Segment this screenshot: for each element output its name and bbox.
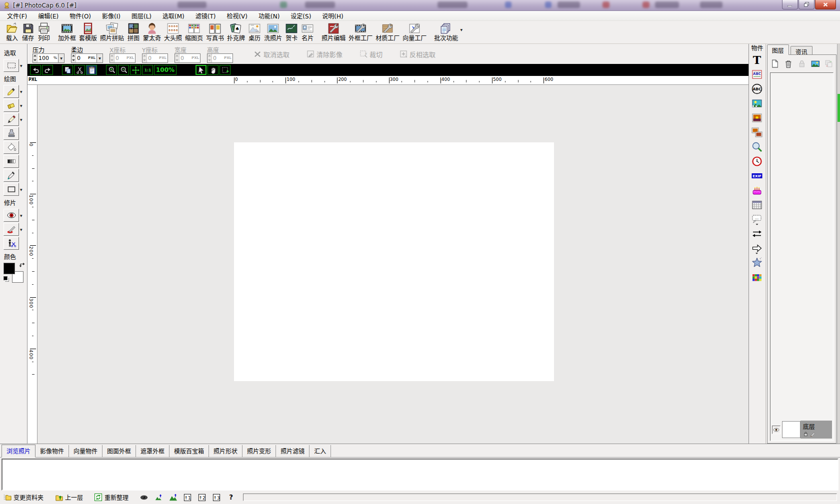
text-object-button[interactable]: T [750,53,764,67]
tab-image-objects[interactable]: 影像物件 [36,445,69,457]
greeting-card-button[interactable]: 贺卡 [284,22,300,42]
dropdown-arrow-icon[interactable]: ▼ [20,228,22,231]
heal-brush-tool[interactable] [4,223,19,236]
calendar-object-button[interactable] [750,198,764,212]
layer-visibility-toggle[interactable] [772,426,780,434]
photo-object-button[interactable] [750,111,764,125]
dropdown-arrow-icon[interactable]: ▼ [460,28,463,31]
tab-layers[interactable]: 图层 [767,44,789,55]
print-photo-button[interactable]: 洗照片 [262,22,284,42]
puzzle-button[interactable]: 拼图 [126,22,142,42]
spin-down-icon[interactable] [72,58,76,62]
scrollbar-thumb[interactable] [838,94,840,122]
tab-info[interactable]: 资讯 [790,46,812,55]
undo-button[interactable] [30,65,41,75]
spin-up-icon[interactable] [33,54,37,58]
frame-factory-button[interactable]: 外框工厂 [347,22,374,42]
swap-colors-icon[interactable] [19,261,25,267]
lock-layer-button[interactable] [797,59,806,68]
tab-picture-frames[interactable]: 图面外框 [102,445,136,457]
menu-function[interactable]: 功能(N) [253,10,285,21]
pointer-button[interactable] [196,65,206,75]
business-card-button[interactable]: 名片 [300,22,316,42]
soft-edge-input[interactable]: 0PXL [71,53,97,63]
pencil-tool[interactable] [4,113,19,126]
tab-photo-shapes[interactable]: 照片形状 [209,445,242,457]
photo-edit-button[interactable]: 照片编辑 [320,22,347,42]
thumb-small-button[interactable] [154,493,163,502]
tab-import[interactable]: 汇入 [310,445,331,457]
menu-help[interactable]: 说明(H) [316,10,348,21]
sort-2-button[interactable]: ↑2 [198,493,206,502]
zoom-in-button[interactable] [106,65,117,75]
preview-eye-button[interactable] [140,493,148,502]
tab-photo-filters[interactable]: 照片滤镜 [276,445,310,457]
batch-button[interactable]: 批次功能▼ [432,22,460,42]
sort-1-button[interactable]: ↑1 [183,493,192,502]
menu-layer[interactable]: 图层(L) [126,10,157,21]
open-file-button[interactable]: 载入 [4,22,20,42]
menu-view[interactable]: 检视(V) [221,10,253,21]
thumb-large-button[interactable] [168,493,178,502]
dropdown-button[interactable]: ▼ [58,53,64,63]
vector-factory-button[interactable]: 向量工厂 [401,22,428,42]
add-frame-button[interactable]: 加外框 [56,22,78,42]
refresh-button[interactable]: 重新整理 [94,493,128,502]
gradient-tool[interactable] [4,155,19,168]
menu-file[interactable]: 文件(F) [2,10,32,21]
tab-mask-frames[interactable]: 遮罩外框 [136,445,170,457]
redo-button[interactable] [42,65,53,75]
photo-browser[interactable] [2,459,838,491]
sort-3-button[interactable]: ↑3 [212,493,221,502]
tab-photo-warp[interactable]: 照片变形 [242,445,276,457]
double-arrow-object-button[interactable] [750,227,764,241]
minimize-button[interactable] [782,0,798,9]
merge-layer-button[interactable] [824,59,834,68]
zoom-out-button[interactable] [118,65,129,75]
print-button[interactable]: 列印 [36,22,52,42]
tab-browse-photos[interactable]: 浏览照片 [2,445,36,458]
layer-row[interactable]: 底层 [772,420,832,439]
actual-size-button[interactable]: 1:1 [142,65,153,75]
image-object-button[interactable] [750,96,764,110]
id-photo-button[interactable]: 大头照 [162,22,184,42]
exif-object-button[interactable]: EXIF [750,169,764,183]
copy-button[interactable] [62,65,73,75]
fit-window-button[interactable] [130,65,141,75]
red-eye-tool[interactable] [4,209,19,222]
dropdown-arrow-icon[interactable]: ▼ [20,90,22,93]
menu-filter[interactable]: 滤镜(T) [190,10,222,21]
eraser-tool[interactable] [4,99,19,112]
star-object-button[interactable] [750,256,764,270]
layer-list[interactable]: 底层 [770,72,834,441]
template-button[interactable]: 套模版 [78,22,98,42]
cancel-selection-button[interactable]: 取消选取 [254,49,290,59]
canvas-area[interactable]: 0100200300400 [28,85,748,444]
collage-button[interactable]: 照片拼贴 [98,22,126,42]
menu-select[interactable]: 选取(M) [157,10,190,21]
menu-image[interactable]: 影像(I) [96,10,126,21]
fill-tool[interactable] [4,141,19,154]
invert-selection-button[interactable]: 反相选取 [400,49,436,59]
pressure-input[interactable]: 100% [32,53,58,63]
dropdown-arrow-icon[interactable]: ▼ [20,118,22,121]
speech-bubble-object-button[interactable]: ... [750,212,764,226]
canvas-page[interactable] [234,142,554,381]
tab-vector-objects[interactable]: 向量物件 [69,445,102,457]
dropdown-arrow-icon[interactable]: ▼ [20,214,22,217]
texture-factory-button[interactable]: 材质工厂 [374,22,401,42]
body-trim-tool[interactable] [4,237,19,250]
up-level-button[interactable]: 上一层 [54,493,83,502]
eyedropper-tool[interactable] [4,169,19,182]
pattern-object-button[interactable] [750,270,764,284]
cut-button[interactable] [74,65,85,75]
tab-template-box[interactable]: 模版百宝箱 [170,445,209,457]
crop-button[interactable]: v裁切 [360,49,382,59]
dropdown-button[interactable]: ▼ [97,53,103,63]
image-layer-button[interactable] [810,59,820,68]
clock-object-button[interactable] [750,154,764,168]
rect-select-tool[interactable] [4,59,19,72]
new-layer-button[interactable] [770,59,780,68]
menu-object[interactable]: 物件(O) [64,10,96,21]
photo-book-button[interactable]: 写真书 [204,22,226,42]
